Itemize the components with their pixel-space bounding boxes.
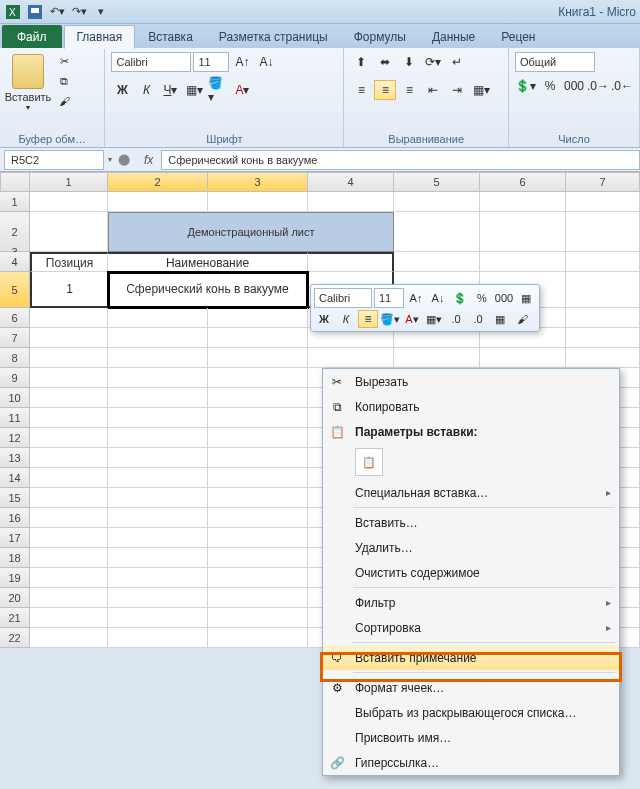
col-header[interactable]: 3	[208, 172, 308, 192]
fx-label[interactable]: fx	[136, 153, 161, 167]
cell[interactable]	[108, 328, 208, 348]
cut-icon[interactable]: ✂	[54, 52, 74, 70]
col-header[interactable]: 5	[394, 172, 480, 192]
cell[interactable]	[208, 408, 308, 428]
cell[interactable]	[108, 528, 208, 548]
align-center-icon[interactable]: ≡	[374, 80, 396, 100]
cell[interactable]	[208, 328, 308, 348]
cell[interactable]	[566, 272, 640, 308]
cell[interactable]	[208, 508, 308, 528]
row-header[interactable]: 19	[0, 568, 30, 588]
cell[interactable]	[30, 408, 108, 428]
redo-icon[interactable]: ↷▾	[70, 3, 88, 21]
cell[interactable]	[108, 448, 208, 468]
cell[interactable]	[30, 368, 108, 388]
increase-decimal-icon[interactable]: .0→	[587, 76, 609, 96]
row-header[interactable]: 14	[0, 468, 30, 488]
menu-insert[interactable]: Вставить…	[323, 510, 619, 535]
copy-icon[interactable]: ⧉	[54, 72, 74, 90]
fill-color-button[interactable]: 🪣▾	[207, 80, 229, 100]
tab-home[interactable]: Главная	[64, 25, 136, 49]
bold-button[interactable]: Ж	[111, 80, 133, 100]
underline-button[interactable]: Ч▾	[159, 80, 181, 100]
tab-formulas[interactable]: Формулы	[341, 25, 419, 48]
cell[interactable]	[208, 348, 308, 368]
cell[interactable]	[108, 388, 208, 408]
cell[interactable]	[108, 308, 208, 328]
col-header[interactable]: 1	[30, 172, 108, 192]
align-bottom-icon[interactable]: ⬇	[398, 52, 420, 72]
orientation-icon[interactable]: ⟳▾	[422, 52, 444, 72]
mini-font-combo[interactable]: Calibri	[314, 288, 372, 308]
name-box[interactable]: R5C2	[4, 150, 104, 170]
cell[interactable]	[566, 192, 640, 212]
cell[interactable]	[208, 588, 308, 608]
cell[interactable]	[30, 568, 108, 588]
cell[interactable]	[30, 212, 108, 252]
tab-insert[interactable]: Вставка	[135, 25, 206, 48]
mini-painter-icon[interactable]: 🖌	[512, 310, 532, 328]
cell[interactable]	[208, 628, 308, 648]
cell[interactable]	[108, 628, 208, 648]
cell[interactable]	[394, 348, 480, 368]
cell[interactable]	[30, 488, 108, 508]
borders-button[interactable]: ▦▾	[183, 80, 205, 100]
row-header[interactable]: 8	[0, 348, 30, 368]
row-header[interactable]: 16	[0, 508, 30, 528]
paste-option-default[interactable]: 📋	[355, 448, 383, 476]
merge-cells-icon[interactable]: ▦▾	[470, 80, 492, 100]
cell[interactable]	[208, 388, 308, 408]
row-header[interactable]: 15	[0, 488, 30, 508]
row-header[interactable]: 1	[0, 192, 30, 212]
excel-icon[interactable]: X	[4, 3, 22, 21]
cell[interactable]	[108, 588, 208, 608]
cell[interactable]	[308, 192, 394, 212]
row-header[interactable]: 4	[0, 252, 30, 272]
mini-comma-icon[interactable]: 000	[494, 289, 514, 307]
cell[interactable]	[208, 192, 308, 212]
cell[interactable]	[108, 568, 208, 588]
cell[interactable]	[566, 212, 640, 252]
cell[interactable]	[208, 468, 308, 488]
row-header[interactable]: 21	[0, 608, 30, 628]
cell[interactable]	[30, 528, 108, 548]
tab-data[interactable]: Данные	[419, 25, 488, 48]
paste-button[interactable]: Вставить ▾	[6, 52, 50, 114]
mini-decrease-font-icon[interactable]: A↓	[428, 289, 448, 307]
cell[interactable]	[30, 428, 108, 448]
row-header[interactable]: 22	[0, 628, 30, 648]
menu-format-cells[interactable]: ⚙Формат ячеек…	[323, 675, 619, 700]
col-header[interactable]: 2	[108, 172, 208, 192]
menu-delete[interactable]: Удалить…	[323, 535, 619, 560]
tab-review[interactable]: Рецен	[488, 25, 548, 48]
increase-font-icon[interactable]: A↑	[231, 52, 253, 72]
cell[interactable]	[208, 448, 308, 468]
select-all-corner[interactable]	[0, 172, 30, 192]
cell[interactable]	[208, 528, 308, 548]
menu-filter[interactable]: Фильтр	[323, 590, 619, 615]
mini-dec-dec-icon[interactable]: .0	[468, 310, 488, 328]
menu-insert-comment[interactable]: 🗨Вставить примечание	[323, 645, 619, 670]
undo-icon[interactable]: ↶▾	[48, 3, 66, 21]
row-header[interactable]: 12	[0, 428, 30, 448]
row-header[interactable]: 6	[0, 308, 30, 328]
tab-page-layout[interactable]: Разметка страницы	[206, 25, 341, 48]
cell[interactable]	[108, 368, 208, 388]
row-header[interactable]: 7	[0, 328, 30, 348]
cell[interactable]	[30, 468, 108, 488]
cell-title[interactable]: Демонстрационный лист	[108, 212, 394, 252]
cell[interactable]: Позиция	[30, 252, 108, 272]
decrease-font-icon[interactable]: A↓	[255, 52, 277, 72]
align-top-icon[interactable]: ⬆	[350, 52, 372, 72]
row-header[interactable]: 20	[0, 588, 30, 608]
cell[interactable]	[108, 488, 208, 508]
col-header[interactable]: 4	[308, 172, 394, 192]
col-header[interactable]: 6	[480, 172, 566, 192]
comma-icon[interactable]: 000	[563, 76, 585, 96]
cell[interactable]	[30, 192, 108, 212]
mini-percent-icon[interactable]: %	[472, 289, 492, 307]
cell[interactable]	[480, 192, 566, 212]
format-painter-icon[interactable]: 🖌	[54, 92, 74, 110]
cell[interactable]: 1	[30, 272, 108, 308]
mini-border-icon[interactable]: ▦▾	[424, 310, 444, 328]
